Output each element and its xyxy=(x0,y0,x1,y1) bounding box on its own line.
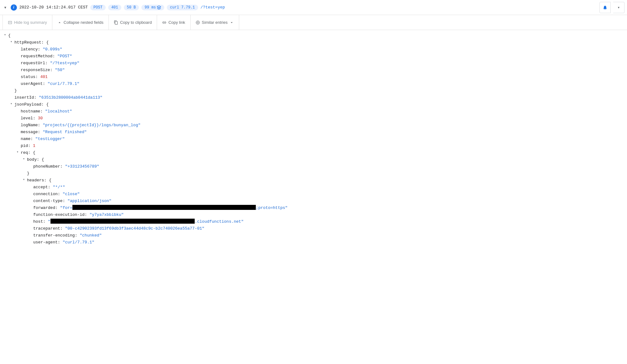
log-entry: ▾ i 2022-10-20 14:12:24.017 CEST POST 40… xyxy=(0,0,627,249)
http-request-close: } xyxy=(3,88,627,95)
body-toggle[interactable]: ▾ xyxy=(21,157,26,162)
accept-field: accept: "*/*" xyxy=(3,184,627,191)
transfer-encoding-field: transfer-encoding: "chunked" xyxy=(3,232,627,239)
level-field: level: 30 xyxy=(3,115,627,122)
headers-field: ▾ headers: { xyxy=(3,177,627,184)
phone-number-field: phoneNumber: "+33123456789" xyxy=(3,164,627,170)
time-badge[interactable]: 99 ms xyxy=(141,5,164,10)
hostname-field: hostname: "localhost" xyxy=(3,108,627,115)
curl-badge[interactable]: curl 7.79.1 xyxy=(167,5,198,10)
user-agent-field: userAgent: "curl/7.79.1" xyxy=(3,81,627,88)
log-name-field: logName: "projects/{{projectId}}/logs/bu… xyxy=(3,122,627,129)
json-content: ▾ { ▾ httpRequest: { latency: "0.099s" r… xyxy=(0,30,627,249)
toolbar: Hide log summary Collapse nested fields … xyxy=(0,15,627,30)
root-toggle[interactable]: ▾ xyxy=(3,33,8,38)
function-execution-id-field: function-execution-id: "y7ya7xbbibku" xyxy=(3,212,627,219)
message-field: message: "Request finished" xyxy=(3,129,627,136)
hide-summary-button[interactable]: Hide log summary xyxy=(3,15,52,30)
status-field: status: 401 xyxy=(3,74,627,81)
svg-point-0 xyxy=(197,22,198,23)
method-badge[interactable]: POST xyxy=(90,5,106,10)
header-bar: ▾ i 2022-10-20 14:12:24.017 CEST POST 40… xyxy=(0,0,627,15)
size-badge[interactable]: 50 B xyxy=(124,5,139,10)
json-payload-toggle[interactable]: ▾ xyxy=(9,101,14,107)
req-field: ▾ req: { xyxy=(3,150,627,157)
content-type-field: content-type: "application/json" xyxy=(3,198,627,205)
name-field: name: "testLogger" xyxy=(3,136,627,143)
request-method-field: requestMethod: "POST" xyxy=(3,53,627,60)
json-payload-field: ▾ jsonPayload: { xyxy=(3,101,627,108)
http-request-field: ▾ httpRequest: { xyxy=(3,39,627,46)
status-badge[interactable]: 401 xyxy=(108,5,121,10)
insert-id-field: insertId: "63513b2800004ab0441da113" xyxy=(3,95,627,101)
json-root-open: ▾ { xyxy=(3,33,627,39)
similar-entries-button[interactable]: Similar entries xyxy=(191,15,239,30)
body-field: ▾ body: { xyxy=(3,157,627,164)
http-request-toggle[interactable]: ▾ xyxy=(9,39,14,44)
forwarded-field: forwarded: "for= ;proto=https" xyxy=(3,205,627,212)
req-toggle[interactable]: ▾ xyxy=(15,150,20,155)
response-size-field: responseSize: "50" xyxy=(3,67,627,74)
host-field: host: " .cloudfunctions.net" xyxy=(3,219,627,226)
collapse-nested-button[interactable]: Collapse nested fields xyxy=(52,15,109,30)
expand-button[interactable]: ▾ xyxy=(613,2,624,13)
user-agent-header-field: user-agent: "curl/7.79.1" xyxy=(3,239,627,246)
traceparent-field: traceparent: "00-c42902393fd13f69db3f3ae… xyxy=(3,226,627,232)
timestamp: 2022-10-20 14:12:24.017 CEST xyxy=(19,5,88,10)
copy-link-button[interactable]: Copy link xyxy=(157,15,190,30)
request-url-field: requestUrl: "/?test=yep" xyxy=(3,60,627,67)
connection-field: connection: "close" xyxy=(3,191,627,198)
latency-field: latency: "0.099s" xyxy=(3,46,627,53)
collapse-icon[interactable]: ▾ xyxy=(3,3,8,12)
headers-toggle[interactable]: ▾ xyxy=(21,177,26,182)
severity-icon: i xyxy=(11,4,17,11)
url-badge[interactable]: /?test=yep xyxy=(201,5,225,10)
alert-button[interactable] xyxy=(599,2,611,13)
pid-field: pid: 1 xyxy=(3,143,627,150)
copy-clipboard-button[interactable]: Copy to clipboard xyxy=(109,15,157,30)
body-close: } xyxy=(3,170,627,177)
